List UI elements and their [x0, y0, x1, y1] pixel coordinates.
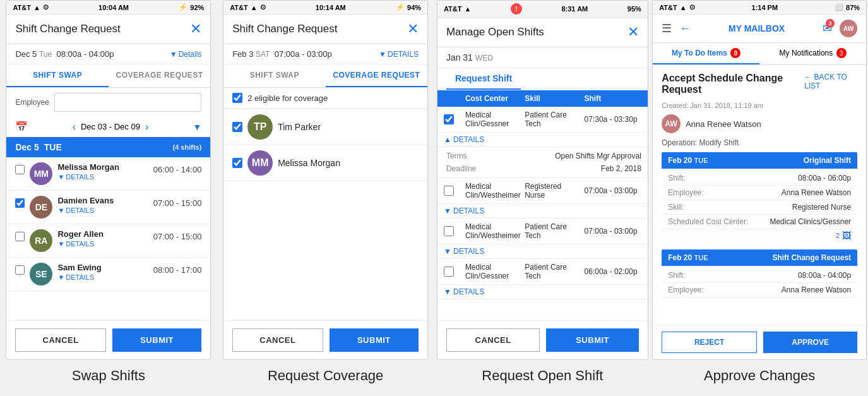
- carrier-2: AT&T: [230, 4, 248, 11]
- cov-checkbox-0[interactable]: [232, 122, 242, 132]
- app-header-1: Shift Change Request ✕: [6, 15, 210, 44]
- back-to-list[interactable]: ← BACK TO LIST: [804, 73, 857, 90]
- app-title-1: Shift Change Request: [15, 23, 120, 35]
- emp-checkbox-3[interactable]: [15, 265, 25, 275]
- os-th-shift: Shift: [585, 94, 641, 103]
- cal-next-1[interactable]: ›: [145, 121, 148, 133]
- cov-avatar-1: MM: [247, 150, 273, 176]
- emp-details-1[interactable]: ▼ DETAILS: [57, 207, 148, 214]
- os-checkbox-3[interactable]: [444, 267, 454, 277]
- emp-checkbox-1[interactable]: [15, 198, 25, 208]
- os-row-0: Medical Clin/Gessner Patient Care Tech 0…: [437, 107, 648, 178]
- tab-notifications[interactable]: My Notifications 3: [759, 43, 866, 64]
- status-bar-1: AT&T ▲ ⊙ 10:04 AM ⚡ 92%: [6, 1, 210, 15]
- shifts-count-1: (4 shifts): [173, 143, 202, 151]
- tab-shift-swap-2[interactable]: Shift Swap: [223, 64, 326, 87]
- emp-avatar-1: DE: [30, 196, 52, 219]
- os-details-toggle-0[interactable]: ▲ DETAILS: [437, 133, 648, 147]
- orig-emp-row: Employee: Anna Renee Watson: [662, 186, 857, 200]
- emp-avatar-2: RA: [30, 229, 52, 252]
- day-name-1: Dec 5: [15, 142, 39, 152]
- status-bar-2: AT&T ▲ ⊙ 10:14 AM ⚡ 94%: [223, 1, 427, 15]
- close-button-1[interactable]: ✕: [190, 21, 201, 37]
- hamburger-icon[interactable]: ☰: [662, 21, 672, 35]
- os-details-toggle-2[interactable]: ▼ DETAILS: [437, 244, 648, 259]
- orig-emp-label: Employee:: [668, 188, 704, 197]
- tab-request-shift[interactable]: Request Shift: [446, 68, 521, 90]
- wifi-icon-2: ⊙: [260, 3, 266, 11]
- notif-badge-3: !: [511, 3, 522, 15]
- date-line-2: Feb 3 SAT 07:00a - 03:00p ▼ DETAILS: [223, 44, 427, 64]
- cr-emp-row: Employee: Anna Renee Watson: [662, 283, 857, 297]
- time-3: 8:31 AM: [561, 5, 588, 13]
- os-checkbox-2[interactable]: [444, 226, 454, 236]
- os-cost-center-0: Medical Clin/Gessner: [465, 111, 522, 128]
- emp-name-3: Sam Ewing: [57, 263, 148, 272]
- os-checkbox-1[interactable]: [444, 186, 454, 196]
- ap-header: ☰ ← MY MAILBOX ✉ 3 AW: [653, 15, 866, 43]
- cancel-button-1[interactable]: CANCEL: [15, 328, 106, 352]
- battery-2: 94%: [407, 4, 421, 11]
- phone-4: AT&T ▲ ⊙ 1:14 PM ⬜ 87% ☰ ← MY MAILBOX ✉ …: [652, 0, 867, 360]
- emp-details-0[interactable]: ▼ DETAILS: [57, 173, 148, 181]
- cancel-button-2[interactable]: CANCEL: [232, 328, 323, 352]
- tab-coverage-request-2[interactable]: Coverage Request: [326, 64, 428, 87]
- phone-1: AT&T ▲ ⊙ 10:04 AM ⚡ 92% Shift Change Req…: [6, 0, 211, 360]
- tab-todo[interactable]: My To Do Items 9: [653, 43, 759, 64]
- ap-nav-tabs: My To Do Items 9 My Notifications 3: [653, 43, 866, 65]
- eligible-checkbox[interactable]: [232, 93, 242, 103]
- app-header-2: Shift Change Request ✕: [223, 15, 427, 44]
- status-left-2: AT&T ▲ ⊙: [230, 3, 265, 11]
- tab-shift-swap-1[interactable]: Shift Swap: [6, 64, 109, 87]
- employee-input[interactable]: [54, 93, 202, 112]
- tab-coverage-request-1[interactable]: Coverage Request: [109, 64, 211, 87]
- details-link-2[interactable]: ▼ DETAILS: [379, 50, 419, 59]
- footer-1: CANCEL SUBMIT: [6, 320, 210, 359]
- caption-4: Approve Changes: [704, 368, 815, 384]
- orig-skill-label: Skill:: [668, 203, 684, 212]
- emp-checkbox-0[interactable]: [15, 165, 25, 174]
- mailbox-title: MY MAILBOX: [728, 23, 785, 33]
- mail-icon[interactable]: ✉ 3: [823, 21, 832, 35]
- date-line-1: Dec 5 Tue 08:00a - 04:00p ▼ Details: [6, 44, 210, 64]
- back-arrow-icon[interactable]: ←: [679, 22, 691, 35]
- reject-button[interactable]: REJECT: [662, 332, 757, 353]
- submit-button-1[interactable]: SUBMIT: [112, 328, 202, 352]
- approve-button[interactable]: APPROVE: [763, 332, 857, 353]
- cal-prev-1[interactable]: ‹: [73, 121, 76, 133]
- submit-button-3[interactable]: SUBMIT: [546, 328, 639, 352]
- os-details-toggle-1[interactable]: ▼ DETAILS: [437, 204, 648, 219]
- ap-person-row: AW Anna Renee Watson: [662, 114, 857, 133]
- cal-range-text: Dec 03 - Dec 09: [81, 122, 140, 131]
- cancel-button-3[interactable]: CANCEL: [446, 328, 540, 352]
- close-button-3[interactable]: ✕: [627, 24, 639, 40]
- cov-avatar-0: TP: [247, 114, 273, 140]
- emp-row-3: SE Sam Ewing ▼ DETAILS 08:00 - 17:00: [6, 258, 210, 291]
- os-terms-label: Terms: [446, 152, 467, 160]
- emp-checkbox-2[interactable]: [15, 232, 25, 241]
- orig-img-icon: 🖼: [842, 231, 851, 241]
- emp-details-2[interactable]: ▼ DETAILS: [57, 240, 148, 248]
- footer-3: CANCEL SUBMIT: [437, 320, 648, 359]
- filter-icon-1[interactable]: ▼: [193, 122, 202, 132]
- orig-shift-label: Original Shift: [804, 156, 851, 165]
- cov-checkbox-1[interactable]: [232, 158, 242, 168]
- emp-name-2: Roger Allen: [57, 229, 148, 239]
- day-header-1: Dec 5 TUE (4 shifts): [6, 137, 210, 157]
- cr-date: Feb 20 TUE: [668, 253, 708, 262]
- footer-2: CANCEL SUBMIT: [223, 320, 427, 359]
- app-title-2: Shift Change Request: [232, 23, 337, 35]
- cr-label: Shift Change Request: [772, 253, 851, 262]
- os-checkbox-0[interactable]: [444, 114, 454, 124]
- emp-details-3[interactable]: ▼ DETAILS: [57, 273, 148, 281]
- emp-avatar-3: SE: [30, 263, 52, 285]
- panel-request-coverage: AT&T ▲ ⊙ 10:14 AM ⚡ 94% Shift Change Req…: [217, 0, 434, 396]
- signal-icon-1: ▲: [33, 4, 40, 11]
- cr-emp-label: Employee:: [668, 285, 704, 294]
- orig-shift-label-s: Shift:: [668, 174, 685, 183]
- os-terms-val: Open Shifts Mgr Approval: [555, 152, 641, 160]
- close-button-2[interactable]: ✕: [407, 21, 419, 37]
- os-details-toggle-3[interactable]: ▼ DETAILS: [437, 285, 648, 299]
- details-link-1[interactable]: ▼ Details: [170, 50, 202, 59]
- submit-button-2[interactable]: SUBMIT: [330, 328, 419, 352]
